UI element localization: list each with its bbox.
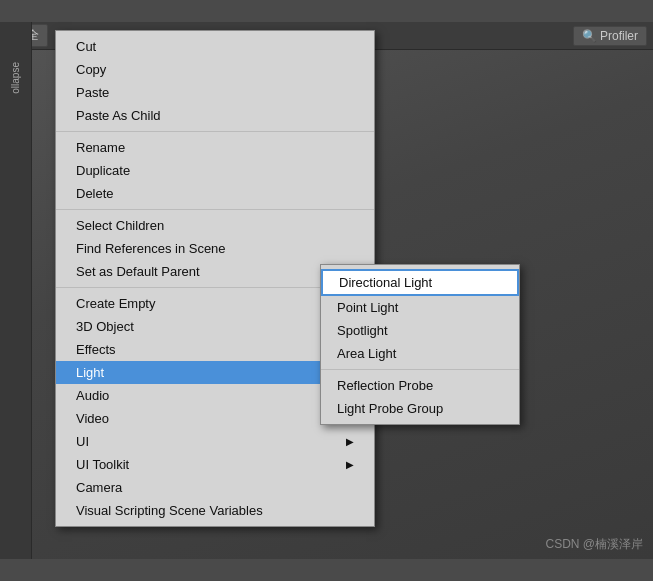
submenu-separator	[321, 369, 519, 370]
menu-item-paste[interactable]: Paste	[56, 81, 374, 104]
menu-item-select-children[interactable]: Select Children	[56, 214, 374, 237]
menu-item-label: Paste	[76, 85, 109, 100]
menu-item-label: Duplicate	[76, 163, 130, 178]
left-panel: ollapse	[0, 22, 32, 559]
menu-item-label: Audio	[76, 388, 109, 403]
menu-item-label: Camera	[76, 480, 122, 495]
menu-item-label: Create Empty	[76, 296, 155, 311]
menu-item-label: UI Toolkit	[76, 457, 129, 472]
menu-item-label: Copy	[76, 62, 106, 77]
submenu-item-label: Reflection Probe	[337, 378, 433, 393]
submenu-arrow-icon: ▶	[346, 459, 354, 470]
menu-item-cut[interactable]: Cut	[56, 35, 374, 58]
menu-item-find-references-in-scene[interactable]: Find References in Scene	[56, 237, 374, 260]
menu-item-label: 3D Object	[76, 319, 134, 334]
menu-item-label: Paste As Child	[76, 108, 161, 123]
submenu-item-label: Spotlight	[337, 323, 388, 338]
menu-item-paste-as-child[interactable]: Paste As Child	[56, 104, 374, 127]
menu-item-label: Cut	[76, 39, 96, 54]
submenu-item-label: Area Light	[337, 346, 396, 361]
menu-item-ui-toolkit[interactable]: UI Toolkit▶	[56, 453, 374, 476]
menu-item-delete[interactable]: Delete	[56, 182, 374, 205]
menu-item-label: Visual Scripting Scene Variables	[76, 503, 263, 518]
light-submenu: Directional LightPoint LightSpotlightAre…	[320, 264, 520, 425]
submenu-item-reflection-probe[interactable]: Reflection Probe	[321, 374, 519, 397]
submenu-item-point-light[interactable]: Point Light	[321, 296, 519, 319]
submenu-item-spotlight[interactable]: Spotlight	[321, 319, 519, 342]
submenu-item-label: Directional Light	[339, 275, 432, 290]
menu-item-ui[interactable]: UI▶	[56, 430, 374, 453]
menu-separator	[56, 131, 374, 132]
menu-item-label: Select Children	[76, 218, 164, 233]
collapse-label: ollapse	[10, 62, 21, 94]
submenu-arrow-icon: ▶	[346, 436, 354, 447]
submenu-item-label: Point Light	[337, 300, 398, 315]
menu-item-label: Video	[76, 411, 109, 426]
menu-item-label: UI	[76, 434, 89, 449]
submenu-item-light-probe-group[interactable]: Light Probe Group	[321, 397, 519, 420]
menu-item-label: Effects	[76, 342, 116, 357]
watermark: CSDN @楠溪泽岸	[545, 536, 643, 553]
menu-item-rename[interactable]: Rename	[56, 136, 374, 159]
menu-item-visual-scripting-scene-variables[interactable]: Visual Scripting Scene Variables	[56, 499, 374, 522]
menu-item-camera[interactable]: Camera	[56, 476, 374, 499]
submenu-item-label: Light Probe Group	[337, 401, 443, 416]
submenu-item-directional-light[interactable]: Directional Light	[321, 269, 519, 296]
menu-item-duplicate[interactable]: Duplicate	[56, 159, 374, 182]
menu-item-label: Delete	[76, 186, 114, 201]
menu-item-label: Set as Default Parent	[76, 264, 200, 279]
toolbar-profiler[interactable]: 🔍 Profiler	[573, 26, 647, 46]
menu-separator	[56, 209, 374, 210]
menu-item-label: Light	[76, 365, 104, 380]
menu-item-label: Find References in Scene	[76, 241, 226, 256]
menu-item-label: Rename	[76, 140, 125, 155]
menu-item-copy[interactable]: Copy	[56, 58, 374, 81]
submenu-item-area-light[interactable]: Area Light	[321, 342, 519, 365]
